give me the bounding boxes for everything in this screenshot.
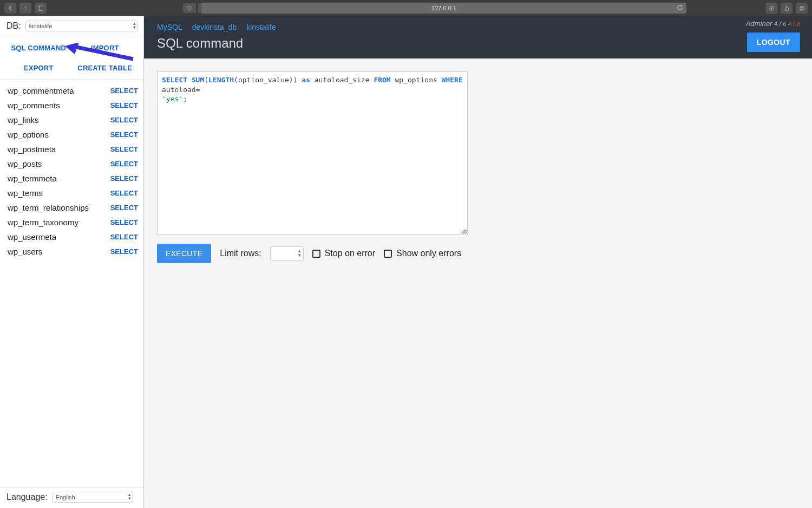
stop-on-error-checkbox[interactable]: Stop on error: [312, 249, 375, 258]
breadcrumb-server[interactable]: devkinsta_db: [192, 23, 237, 31]
tables-list: wp_commentmetaSELECTwp_commentsSELECTwp_…: [0, 80, 143, 487]
svg-rect-5: [800, 7, 803, 10]
sql-token: SUM: [192, 76, 204, 84]
table-row: wp_commentmetaSELECT: [6, 83, 139, 98]
table-name-link[interactable]: wp_users: [8, 247, 42, 256]
breadcrumb-mysql[interactable]: MySQL: [157, 23, 182, 31]
select-arrows-icon: ▴▾: [128, 493, 131, 500]
table-row: wp_term_taxonomySELECT: [6, 215, 139, 230]
table-name-link[interactable]: wp_posts: [8, 159, 42, 168]
table-select-link[interactable]: SELECT: [110, 101, 138, 109]
table-name-link[interactable]: wp_term_taxonomy: [8, 218, 78, 227]
table-select-link[interactable]: SELECT: [110, 87, 138, 95]
tabs-icon[interactable]: [796, 3, 808, 14]
stepper-icon[interactable]: ▴▾: [298, 249, 301, 257]
toolbar-right: [765, 3, 808, 14]
url-text: 127.0.0.1: [431, 5, 456, 11]
table-name-link[interactable]: wp_options: [8, 130, 49, 139]
page-title: SQL command: [157, 36, 799, 51]
table-select-link[interactable]: SELECT: [110, 145, 138, 153]
db-label: DB:: [6, 21, 21, 31]
table-name-link[interactable]: wp_termmeta: [8, 174, 57, 183]
limit-rows-input[interactable]: ▴▾: [270, 246, 304, 260]
table-name-link[interactable]: wp_commentmeta: [8, 86, 74, 95]
table-select-link[interactable]: SELECT: [110, 116, 138, 124]
language-select[interactable]: English ▴▾: [52, 492, 133, 503]
table-row: wp_term_relationshipsSELECT: [6, 200, 139, 215]
sql-token: FROM: [374, 76, 390, 84]
sidebar-toggle-button[interactable]: [35, 3, 47, 14]
sql-token: (: [204, 76, 208, 84]
sql-textarea[interactable]: SELECT SUM(LENGTH(option_value)) as auto…: [157, 71, 468, 235]
table-row: wp_commentsSELECT: [6, 98, 139, 113]
brand-version-latest: 4.7.8: [788, 21, 800, 27]
sql-token: wp_options: [391, 76, 442, 84]
table-select-link[interactable]: SELECT: [110, 218, 138, 226]
table-name-link[interactable]: wp_comments: [8, 101, 60, 110]
svg-rect-0: [38, 6, 43, 10]
table-row: wp_termmetaSELECT: [6, 171, 139, 186]
table-name-link[interactable]: wp_usermeta: [8, 232, 56, 242]
breadcrumb-db[interactable]: kinstalife: [246, 23, 276, 31]
table-row: wp_usermetaSELECT: [6, 230, 139, 244]
execute-row: EXECUTE Limit rows: ▴▾ Stop on error Sho…: [157, 244, 799, 263]
execute-button[interactable]: EXECUTE: [157, 244, 211, 263]
table-name-link[interactable]: wp_postmeta: [8, 145, 56, 154]
content: SELECT SUM(LENGTH(option_value)) as auto…: [144, 58, 812, 276]
resize-handle-icon[interactable]: [460, 227, 467, 234]
logout-button[interactable]: LOGOUT: [747, 32, 800, 52]
import-link[interactable]: IMPORT: [72, 44, 139, 52]
header: Adminer 4.7.6 4.7.8 MySQL devkinsta_db k…: [144, 16, 812, 58]
table-row: wp_usersSELECT: [6, 244, 139, 259]
svg-rect-6: [801, 6, 804, 9]
sql-token: autoload_size: [310, 76, 374, 84]
downloads-icon[interactable]: [765, 3, 777, 14]
sidebar: DB: kinstalife ▴▾ SQL COMMAND IMPORT EXP…: [0, 16, 144, 508]
main-panel: Adminer 4.7.6 4.7.8 MySQL devkinsta_db k…: [144, 16, 812, 508]
sql-token: ;: [183, 95, 187, 103]
breadcrumb: MySQL devkinsta_db kinstalife: [157, 23, 799, 31]
address-bar[interactable]: 127.0.0.1: [201, 3, 686, 14]
table-select-link[interactable]: SELECT: [110, 248, 138, 256]
create-table-link[interactable]: CREATE TABLE: [72, 64, 139, 72]
checkbox-icon: [384, 250, 392, 258]
table-row: wp_postmetaSELECT: [6, 142, 139, 157]
sql-token: WHERE: [442, 76, 463, 84]
forward-button[interactable]: [19, 3, 31, 14]
db-selector-row: DB: kinstalife ▴▾: [0, 16, 143, 36]
back-button[interactable]: [4, 3, 16, 14]
share-icon[interactable]: [781, 3, 793, 14]
table-name-link[interactable]: wp_terms: [8, 188, 43, 198]
brand-version-current: 4.7.6: [774, 21, 786, 27]
db-selected-value: kinstalife: [29, 23, 53, 29]
browser-toolbar: 127.0.0.1: [0, 0, 812, 16]
show-only-errors-checkbox[interactable]: Show only errors: [384, 249, 461, 258]
sql-token: SELECT: [162, 76, 192, 84]
table-name-link[interactable]: wp_links: [8, 115, 39, 125]
sql-token: 'yes': [162, 95, 183, 103]
table-select-link[interactable]: SELECT: [110, 189, 138, 197]
table-select-link[interactable]: SELECT: [110, 204, 138, 212]
sql-command-link[interactable]: SQL COMMAND: [5, 44, 72, 52]
table-name-link[interactable]: wp_term_relationships: [8, 203, 89, 212]
sql-token: (option_value)): [234, 76, 302, 84]
language-selected-value: English: [56, 494, 75, 500]
sidebar-actions: SQL COMMAND IMPORT EXPORT CREATE TABLE: [0, 36, 143, 80]
table-row: wp_postsSELECT: [6, 157, 139, 171]
table-row: wp_linksSELECT: [6, 113, 139, 127]
privacy-report-icon[interactable]: [183, 3, 196, 13]
reload-icon[interactable]: [677, 4, 683, 12]
sql-token: LENGTH: [208, 76, 234, 84]
table-row: wp_termsSELECT: [6, 186, 139, 200]
select-arrows-icon: ▴▾: [133, 22, 136, 29]
table-select-link[interactable]: SELECT: [110, 160, 138, 168]
export-link[interactable]: EXPORT: [5, 64, 72, 72]
table-select-link[interactable]: SELECT: [110, 233, 138, 241]
language-row: Language: English ▴▾: [0, 487, 143, 508]
db-select[interactable]: kinstalife ▴▾: [25, 21, 138, 31]
brand-name: Adminer: [746, 19, 772, 28]
table-select-link[interactable]: SELECT: [110, 174, 138, 183]
table-select-link[interactable]: SELECT: [110, 131, 138, 139]
language-label: Language:: [6, 492, 48, 502]
sql-token: as: [302, 76, 310, 84]
